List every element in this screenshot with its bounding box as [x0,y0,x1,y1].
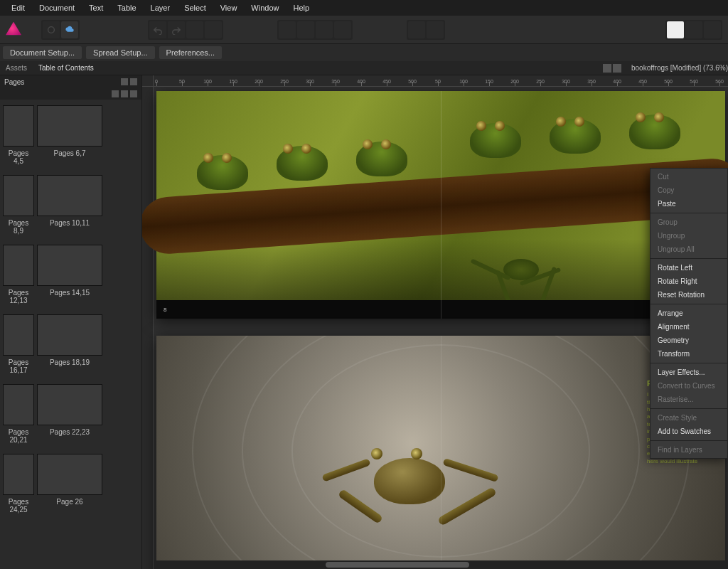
menu-text[interactable]: Text [82,1,110,14]
context-menu-item[interactable]: Paste [651,197,727,211]
panel-settings-icon[interactable] [130,90,137,97]
menu-help[interactable]: Help [286,1,316,14]
work-area: Pages Pages 4,5Pages 6,7Pages 8,9Pages 1… [0,75,728,569]
context-menu-item: Rasterise... [651,393,727,406]
thumbnail-image [3,105,34,147]
horizontal-scrollbar[interactable] [154,560,728,569]
page-thumbnail[interactable]: Pages 18,19 [37,314,102,380]
page-thumbnail[interactable]: Page 26 [37,454,102,519]
page-persona-icon[interactable] [667,21,684,38]
thumbnail-image [37,245,102,286]
page-thumbnail[interactable]: Pages 12,13 [3,245,34,310]
page-thumbnail[interactable]: Pages 24,25 [3,454,34,519]
context-menu-item[interactable]: Rotate Right [651,275,727,288]
context-menu-item[interactable]: Geometry [651,334,727,347]
menu-window[interactable]: Window [244,1,286,14]
page-thumbnail[interactable]: Pages 22,23 [37,384,102,450]
context-toolbar: Document Setup... Spread Setup... Prefer… [0,44,728,61]
pages-panel-tools [0,88,141,100]
context-menu-item[interactable]: Rotate Left [651,261,727,275]
menu-select[interactable]: Select [177,1,213,14]
context-menu-item[interactable]: Transform [651,347,727,361]
context-menu-item[interactable]: Reset Rotation [651,288,727,302]
thumbnail-image [3,314,34,356]
thumbnail-label: Page 26 [37,495,102,511]
menu-view[interactable]: View [213,1,245,14]
pages-panel: Pages Pages 4,5Pages 6,7Pages 8,9Pages 1… [0,75,142,569]
thumbnail-image [37,314,102,356]
preferences-button[interactable]: Preferences... [159,46,222,59]
page-thumbnail[interactable]: Pages 16,17 [3,314,34,380]
panel-close-icon[interactable] [613,64,621,73]
pages-thumbnail-list[interactable]: Pages 4,5Pages 6,7Pages 8,9Pages 10,11Pa… [0,100,141,569]
thumbnail-label: Pages 8,9 [3,216,34,240]
undo-icon[interactable] [149,21,166,38]
spread-pages-10-11[interactable]: FROGS AND I like the effect of they're o… [156,336,725,569]
thumbnail-label: Pages 18,19 [37,356,102,372]
thumbnail-image [3,454,34,495]
back-icon[interactable] [186,21,203,38]
redo-icon[interactable] [168,21,185,38]
toolbar-group-view [407,20,445,40]
context-menu-item[interactable]: Alignment [651,320,727,334]
align-right-icon[interactable] [316,21,333,38]
align-center-icon[interactable] [297,21,314,38]
menu-table[interactable]: Table [110,1,143,14]
delete-page-icon[interactable] [121,90,128,97]
cloud-icon[interactable] [61,21,78,38]
menu-layer[interactable]: Layer [144,1,178,14]
tab-toc[interactable]: Table of Contents [33,63,100,73]
page-thumbnail[interactable]: Pages 10,11 [37,175,102,240]
app-logo-icon [6,22,21,38]
spread-pages-8-9[interactable]: 8 9 [156,91,725,319]
svg-point-0 [48,26,55,33]
context-menu-item[interactable]: Add to Swatches [651,425,727,438]
document-setup-button[interactable]: Document Setup... [3,46,82,59]
scrollbar-thumb[interactable] [326,562,469,568]
export-persona-icon[interactable] [704,21,721,38]
menu-document[interactable]: Document [32,1,82,14]
context-menu-item: Find in Layers [651,443,727,457]
page-thumbnail[interactable]: Pages 14,15 [37,245,102,310]
panel-tab-strip: Assets Table of Contents bookoffrogs [Mo… [0,61,728,75]
frog-swimming-graphic [350,438,471,516]
clip-icon[interactable] [427,21,444,38]
thumbnail-image [37,105,102,147]
page-thumbnail[interactable]: Pages 4,5 [3,105,34,171]
context-menu[interactable]: CutCopyPasteGroupUngroupUngroup AllRotat… [650,168,728,459]
context-menu-item[interactable]: Layer Effects... [651,366,727,379]
toolbar-group-align [277,20,353,40]
context-menu-item: Cut [651,170,727,184]
spread-setup-button[interactable]: Spread Setup... [86,46,154,59]
panel-view-icon[interactable] [121,78,128,85]
document-tab[interactable]: bookoffrogs [Modified] (73.6%) [631,64,728,72]
tab-assets[interactable]: Assets [0,63,33,73]
thumbnail-label: Pages 4,5 [3,147,34,171]
thumbnail-label: Pages 20,21 [3,425,34,450]
page-thumbnail[interactable]: Pages 6,7 [37,105,102,171]
add-page-icon[interactable] [112,90,119,97]
canvas-area: 0501001502002503003504004505005010015020… [142,75,728,569]
preview-icon[interactable] [408,21,425,38]
panel-menu-icon[interactable] [603,64,611,73]
panel-options-icon[interactable] [130,78,137,85]
ruler-origin[interactable] [142,75,154,87]
page-thumbnail[interactable]: Pages 20,21 [3,384,34,450]
menu-edit[interactable]: Edit [4,1,32,14]
forward-icon[interactable] [205,21,222,38]
thumbnail-image [3,175,34,216]
page-thumbnail[interactable]: Pages 8,9 [3,175,34,240]
sync-icon[interactable] [43,21,60,38]
toolbar-group-persona [665,20,722,40]
toolbar-group-history [148,20,223,40]
ruler-horizontal[interactable]: 0501001502002503003504004505005010015020… [142,75,728,87]
pages-panel-title: Pages [4,78,24,86]
align-left-icon[interactable] [279,21,296,38]
align-justify-icon[interactable] [334,21,351,38]
main-toolbar [0,16,728,44]
frame-persona-icon[interactable] [685,21,702,38]
document-viewport[interactable]: 8 9 FROGS A [142,87,728,569]
context-menu-item[interactable]: Arrange [651,307,727,320]
thumbnail-label: Pages 6,7 [37,147,102,163]
toolbar-group-sync [41,20,80,40]
